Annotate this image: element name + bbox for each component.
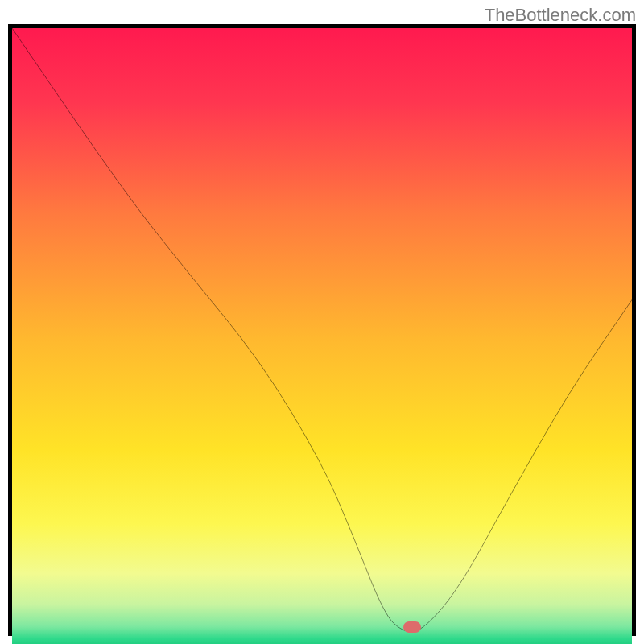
bottleneck-curve — [12, 28, 632, 632]
optimal-point-marker — [403, 621, 421, 633]
attribution-text: TheBottleneck.com — [485, 5, 636, 26]
chart-frame — [8, 24, 636, 636]
